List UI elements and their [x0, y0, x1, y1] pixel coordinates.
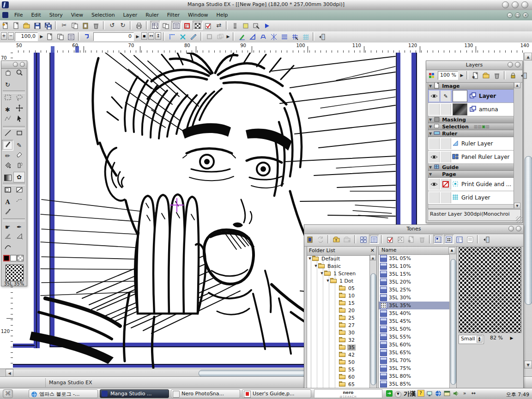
tone-list-scroll-thumb[interactable]: [450, 259, 456, 385]
start-button[interactable]: ⌘: [3, 389, 13, 398]
tree-folder-20[interactable]: 20: [307, 307, 370, 314]
tree-scroll-up[interactable]: ▲: [370, 255, 376, 260]
tone-item-35l-15-[interactable]: 35L 15%: [379, 270, 450, 278]
collapse-triangle-icon[interactable]: ▼: [429, 165, 432, 169]
open-button[interactable]: [22, 21, 32, 30]
taskbar-task-4[interactable]: User's Guide,p...: [242, 389, 311, 398]
magic-wand-tool[interactable]: ✱: [2, 104, 13, 115]
pen-tool[interactable]: [2, 140, 13, 151]
tone-item-35l-55-[interactable]: 35L 55%: [379, 333, 450, 341]
tree-folder-60[interactable]: 60: [307, 373, 370, 381]
tone-item-35l-75-[interactable]: 35L 75%: [379, 364, 450, 372]
layer-row-layer[interactable]: ✎Layer: [428, 90, 520, 103]
maximize-button[interactable]: [512, 1, 519, 8]
menu-layer[interactable]: Layer: [119, 10, 142, 20]
layer-opacity-field[interactable]: 100 %: [438, 71, 458, 80]
eraser-tool[interactable]: [13, 151, 25, 161]
palette-close-button[interactable]: [20, 62, 25, 67]
tones-panel[interactable]: Tones +✱ Folder List ✕ ▼Default▼Basic▼1 …: [304, 224, 524, 391]
tone-size-select[interactable]: Small▲▼: [459, 335, 484, 344]
visibility-toggle[interactable]: [429, 151, 440, 163]
tree-folder-50[interactable]: 50: [307, 358, 370, 366]
tree-folder-32[interactable]: 32: [307, 336, 370, 344]
menu-story[interactable]: Story: [45, 10, 67, 20]
tone-item-35l-30-[interactable]: 35L 30%: [379, 294, 450, 302]
vertical-scroll-thumb[interactable]: [525, 156, 532, 305]
layers-panel[interactable]: Layers 100 %▶✱ ▼Image✎Layeramuna▼Masking…: [426, 60, 523, 223]
snap-ruler-button[interactable]: [167, 32, 177, 41]
menu-selection[interactable]: Selection: [87, 10, 119, 20]
layer-lock-button[interactable]: [508, 71, 518, 80]
print-size-button[interactable]: [66, 32, 76, 41]
delete-tone-button[interactable]: [417, 235, 427, 244]
mode-pen-button[interactable]: [237, 32, 247, 41]
tree-scroll-thumb[interactable]: [370, 273, 376, 385]
display-tray-icon[interactable]: [426, 390, 433, 397]
collapse-triangle-icon[interactable]: ▼: [429, 125, 432, 129]
palette-title-bar[interactable]: [1, 61, 27, 69]
selection-menu-button[interactable]: ▶: [225, 32, 231, 41]
shape-tool[interactable]: [13, 129, 25, 140]
tone-item-35l-50-[interactable]: 35L 50%: [379, 325, 450, 333]
zoom-in-button[interactable]: +: [1, 32, 7, 40]
tone-zoom-menu-icon[interactable]: ▶: [510, 336, 514, 340]
turn-page-button[interactable]: ⇄: [214, 21, 224, 30]
collapse-triangle-icon[interactable]: ▼: [429, 118, 432, 122]
network-icon[interactable]: ↔: [470, 390, 477, 397]
mode-triangle-button[interactable]: [248, 32, 258, 41]
single-view-button[interactable]: ▪: [141, 32, 147, 40]
smudge-tool[interactable]: ☛: [2, 222, 13, 232]
layers-panel-title[interactable]: Layers: [426, 61, 522, 70]
zoom-tool[interactable]: [13, 69, 25, 79]
ruler-pen-tool[interactable]: [2, 232, 13, 243]
mode-grid-button[interactable]: [301, 32, 311, 41]
tree-folder-10[interactable]: 10: [307, 292, 370, 299]
tone-name-header[interactable]: Name ▲: [379, 247, 456, 255]
tree-folder-30[interactable]: 30: [307, 329, 370, 336]
edit-toggle[interactable]: [441, 192, 451, 203]
new-layer-button[interactable]: ✱: [471, 71, 481, 80]
collapse-triangle-icon[interactable]: ▼: [429, 132, 432, 136]
layer-name[interactable]: Grid Layer: [461, 194, 490, 201]
tone-item-35l-35-[interactable]: 35L 35%: [379, 302, 450, 309]
save-all-button[interactable]: [43, 21, 53, 30]
goto-page-button[interactable]: [82, 32, 92, 41]
hand-tool[interactable]: [2, 69, 13, 79]
add-folder-button[interactable]: +: [342, 235, 352, 244]
print-guide-check-button[interactable]: [203, 21, 213, 30]
minimize-button[interactable]: [502, 1, 509, 8]
tone-item-35l-85-[interactable]: 35L 85%: [379, 380, 450, 388]
tree-folder-1-screen[interactable]: ▼1 Screen: [307, 270, 370, 277]
layers-menu-button[interactable]: [519, 71, 529, 80]
layer-row-amuna[interactable]: amuna: [428, 103, 520, 116]
layer-name[interactable]: amuna: [479, 106, 498, 113]
panel-tool[interactable]: [2, 186, 13, 197]
scroll-down-arrow[interactable]: ▼: [524, 361, 532, 369]
fit-width-button[interactable]: ↔: [148, 32, 154, 40]
mdi-close-button[interactable]: ×: [523, 12, 528, 18]
folder-list-close-icon[interactable]: ✕: [370, 248, 375, 254]
collapse-triangle-icon[interactable]: ▼: [429, 84, 432, 88]
mode-gridpen-button[interactable]: [290, 32, 300, 41]
tones-panel-title[interactable]: Tones: [304, 225, 523, 234]
layer-group-selection[interactable]: ▼Selection▥▥▣▥: [428, 123, 520, 130]
print-button[interactable]: [134, 21, 144, 30]
menu-ruler[interactable]: Ruler: [141, 10, 163, 20]
layer-group-guide[interactable]: ▼Guide: [428, 164, 520, 171]
menu-file[interactable]: File: [10, 10, 27, 20]
layer-name[interactable]: Ruler Layer: [461, 140, 493, 147]
taskbar-task-3[interactable]: Nero PhotoSna...: [171, 389, 240, 398]
tone-item-35l-25-[interactable]: 35L 25%: [379, 286, 450, 294]
selection-group-buttons[interactable]: ▥▥▣▥: [474, 124, 490, 129]
fill-tool[interactable]: [2, 161, 13, 172]
tone-item-35l-20-[interactable]: 35L 20%: [379, 278, 450, 286]
browser-tray-icon[interactable]: [435, 390, 442, 397]
edit-toggle[interactable]: [441, 179, 451, 190]
mdi-minimize-button[interactable]: –: [507, 12, 513, 18]
visibility-toggle[interactable]: [429, 104, 440, 115]
layers-scroll-up[interactable]: ▲: [514, 82, 520, 88]
layer-group-ruler[interactable]: ▼Ruler: [428, 130, 520, 137]
new-layer-folder-button[interactable]: [481, 71, 491, 80]
new-tone-button[interactable]: ✱: [406, 235, 417, 244]
check-tone-button[interactable]: [385, 235, 395, 244]
